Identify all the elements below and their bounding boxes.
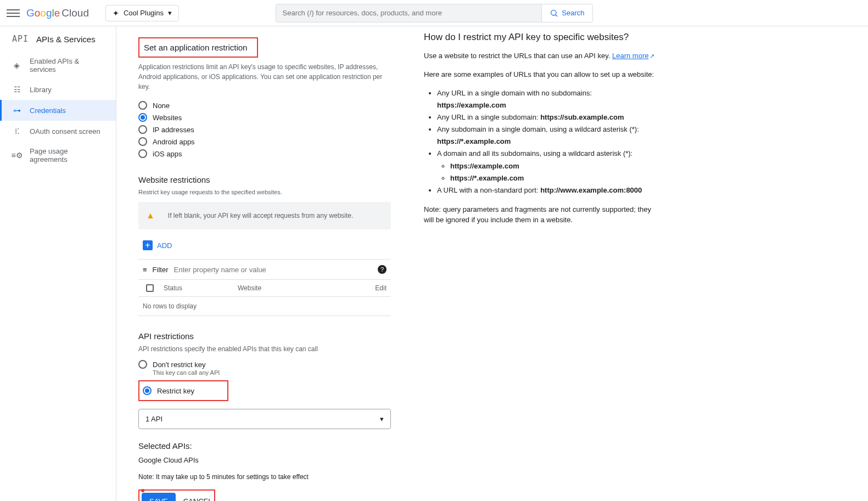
th-website: Website [238,284,365,292]
header: Google Cloud ✦ Cool Plugins ▾ Search [0,0,868,26]
radio-icon [138,101,147,110]
radio-icon [138,149,147,158]
dont-restrict-sub: This key can call any API [153,369,391,376]
add-button[interactable]: + ADD [138,229,176,259]
selected-apis-value: Google Cloud APIs [138,456,391,464]
table-header: Status Website Edit [138,280,391,297]
help-title: How do I restrict my API key to specific… [424,32,660,43]
api-restrictions-desc: API restrictions specify the enabled API… [138,345,391,353]
example-subitem: https://*.example.com [450,172,660,184]
sidebar-title: APIs & Services [36,35,96,44]
search-input[interactable] [276,4,542,22]
sidebar-item-oauth[interactable]: ⁞⁚ OAuth consent screen [0,121,116,142]
api-select[interactable]: 1 API ▾ [138,409,391,429]
project-icon: ✦ [113,9,119,18]
library-icon: ☷ [12,85,22,94]
example-item: Any subdomain in a single domain, using … [437,123,660,148]
sidebar-item-library[interactable]: ☷ Library [0,79,116,100]
save-button[interactable]: SAVE [142,493,176,501]
radio-icon [138,113,147,122]
chevron-down-icon: ▾ [168,9,172,17]
app-restriction-title: Set an application restriction [138,37,258,58]
svg-point-0 [551,10,556,15]
search-icon [550,9,558,18]
radio-icon [138,137,147,146]
filter-input[interactable] [173,266,372,274]
radio-icon [138,125,147,134]
settings-note: Note: It may take up to 5 minutes for se… [138,473,391,481]
radio-dont-restrict[interactable]: Don't restrict key [138,358,391,370]
learn-more-link[interactable]: Learn more [612,52,648,60]
web-restrictions-desc: Restrict key usage requests to the speci… [138,189,391,195]
help-examples-intro: Here are some examples of URLs that you … [424,69,660,80]
search-bar: Search [276,4,593,22]
no-rows: No rows to display [138,297,391,316]
example-subitem: https://example.com [450,160,660,172]
radio-android[interactable]: Android apps [138,136,391,148]
api-icon: API [12,34,29,44]
example-item: Any URL in a single subdomain: https://s… [437,111,660,123]
api-restrictions-title: API restrictions [138,331,391,341]
sidebar-item-enabled-apis[interactable]: ◈ Enabled APIs & services [0,52,116,79]
radio-websites[interactable]: Websites [138,111,391,123]
examples-list: Any URL in a single domain with no subdo… [424,87,660,196]
example-item: A URL with a non-standard port: http://w… [437,184,660,196]
warning-box: ▲ If left blank, your API key will accep… [138,202,391,229]
radio-restrict-key[interactable]: Restrict key [143,385,194,397]
external-link-icon: ↗ [649,53,654,59]
example-item: Any URL in a single domain with no subdo… [437,87,660,111]
selected-apis-title: Selected APIs: [138,441,391,451]
help-note: Note: query parameters and fragments are… [424,204,660,226]
agreements-icon: ≡⚙ [12,150,22,160]
web-restrictions-title: Website restrictions [138,175,391,184]
diamond-icon: ◈ [12,60,22,70]
warning-icon: ▲ [146,211,155,221]
app-restriction-desc: Application restrictions limit an API ke… [138,62,391,92]
help-intro: Use a website to restrict the URLs that … [424,50,660,61]
svg-line-1 [556,15,557,16]
filter-label: Filter [153,266,169,274]
logo[interactable]: Google Cloud [26,7,89,19]
search-button[interactable]: Search [541,4,592,22]
chevron-down-icon: ▾ [380,415,384,423]
th-edit: Edit [365,284,387,292]
plus-icon: + [143,240,153,250]
restrict-key-highlight: Restrict key [138,380,228,401]
project-picker[interactable]: ✦ Cool Plugins ▾ [105,5,179,21]
warning-text: If left blank, your API key will accept … [168,212,353,219]
sidebar-item-page-usage[interactable]: ≡⚙ Page usage agreements [0,142,116,169]
consent-icon: ⁞⁚ [12,126,22,136]
sidebar: API APIs & Services ◈ Enabled APIs & ser… [0,26,116,501]
select-all-checkbox[interactable] [146,284,154,292]
menu-icon[interactable] [7,7,20,20]
action-buttons: SAVE CANCEL [138,489,215,501]
sidebar-header: API APIs & Services [0,26,116,52]
key-icon: ⊶ [12,105,22,115]
radio-icon [143,386,152,395]
radio-ios[interactable]: iOS apps [138,148,391,160]
example-item: A domain and all its subdomains, using a… [437,148,660,184]
th-status: Status [164,284,238,292]
filter-bar: ≡ Filter ? [138,259,391,280]
project-name: Cool Plugins [124,9,164,17]
radio-icon [138,360,147,369]
sidebar-item-credentials[interactable]: ⊶ Credentials [0,100,116,121]
cancel-button[interactable]: CANCEL [183,497,212,501]
help-icon[interactable]: ? [378,265,387,274]
radio-ip[interactable]: IP addresses [138,123,391,136]
radio-none[interactable]: None [138,99,391,111]
filter-icon: ≡ [143,266,147,274]
